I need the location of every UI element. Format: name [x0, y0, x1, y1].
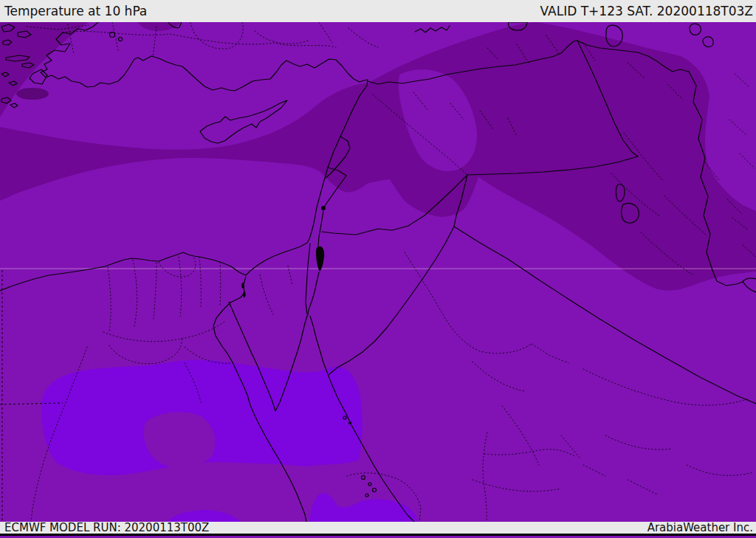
map-title: Temperature at 10 hPa: [4, 4, 147, 18]
temperature-map-svg: [0, 22, 756, 522]
title-bar: Temperature at 10 hPa VALID T+123 SAT. 2…: [0, 0, 756, 22]
temperature-field: [0, 22, 756, 522]
model-run-label: ECMWF MODEL RUN: 20200113T00Z: [4, 521, 209, 534]
weather-map-window: Temperature at 10 hPa VALID T+123 SAT. 2…: [0, 0, 756, 538]
credit-label: ArabiaWeather Inc.: [647, 521, 753, 534]
status-bar: ECMWF MODEL RUN: 20200113T00Z ArabiaWeat…: [0, 522, 756, 536]
map-canvas: [0, 22, 756, 522]
valid-time-label: VALID T+123 SAT. 20200118T03Z: [540, 4, 753, 18]
